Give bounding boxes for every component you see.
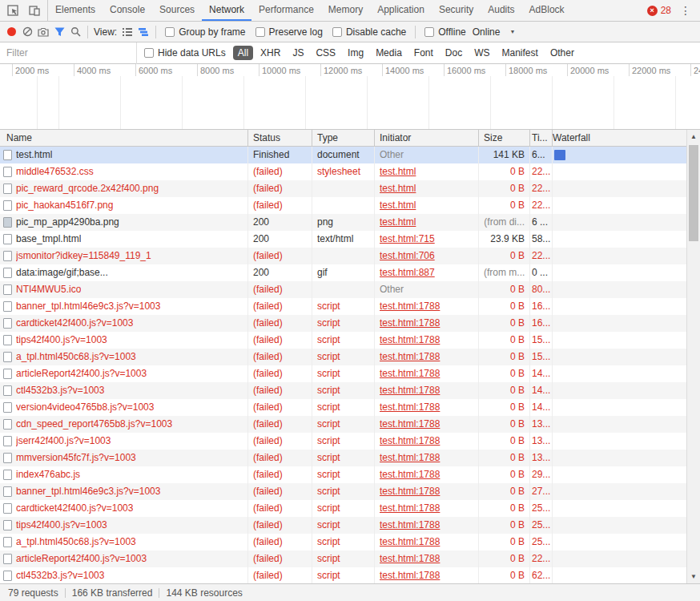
filter-doc[interactable]: Doc [441, 46, 467, 60]
hide-data-urls-checkbox[interactable]: Hide data URLs [144, 47, 226, 58]
table-row[interactable]: articleReport42f400.js?v=1003(failed)scr… [0, 365, 700, 382]
group-by-frame-input[interactable] [165, 27, 175, 37]
initiator-link[interactable]: test.html:1788 [380, 334, 440, 345]
initiator-link[interactable]: test.html:1788 [380, 469, 440, 480]
initiator-link[interactable]: test.html:1788 [380, 519, 440, 530]
table-row[interactable]: articleReport42f400.js?v=1003(failed)scr… [0, 551, 700, 567]
initiator-link[interactable]: test.html:1788 [380, 435, 440, 446]
column-header-type[interactable]: Type [312, 130, 375, 146]
tab-adblock[interactable]: AdBlock [522, 0, 572, 21]
clear-button[interactable] [19, 24, 35, 40]
tab-application[interactable]: Application [370, 0, 432, 21]
initiator-link[interactable]: test.html:1788 [380, 300, 440, 312]
column-header-size[interactable]: Size [479, 130, 530, 146]
initiator-link[interactable]: test.html:887 [380, 267, 435, 278]
filter-js[interactable]: JS [288, 46, 308, 60]
search-icon[interactable] [67, 24, 83, 40]
tab-security[interactable]: Security [432, 0, 481, 21]
kebab-menu-icon[interactable]: ⋮ [678, 4, 693, 17]
table-row[interactable]: jsmonitor?idkey=115849_119_1(failed)test… [0, 248, 700, 264]
table-row[interactable]: cardticket42f400.js?v=1003(failed)script… [0, 500, 700, 517]
filter-all[interactable]: All [233, 46, 253, 60]
initiator-link[interactable]: test.html [380, 216, 416, 228]
initiator-link[interactable]: test.html:1788 [380, 368, 440, 379]
filter-manifest[interactable]: Manifest [497, 46, 543, 60]
preserve-log-checkbox[interactable]: Preserve log [255, 26, 323, 38]
column-header-ti[interactable]: Ti... [530, 130, 553, 146]
initiator-link[interactable]: test.html [380, 200, 416, 211]
throttling-select[interactable]: Online ▼ [473, 26, 516, 38]
table-row[interactable]: test.htmlFinisheddocumentOther141 KB6... [0, 147, 700, 163]
table-row[interactable]: banner_tpl.html46e9c3.js?v=1003(failed)s… [0, 298, 700, 315]
tab-performance[interactable]: Performance [251, 0, 321, 21]
table-row[interactable]: tips42f400.js?v=1003(failed)scripttest.h… [0, 517, 700, 534]
device-toolbar-icon[interactable] [26, 2, 42, 18]
filter-funnel-icon[interactable] [51, 24, 67, 40]
filter-css[interactable]: CSS [311, 46, 340, 60]
initiator-link[interactable]: test.html:1788 [380, 553, 440, 564]
initiator-link[interactable]: test.html:1788 [380, 570, 440, 581]
initiator-link[interactable]: test.html:1788 [380, 486, 440, 497]
column-header-name[interactable]: Name [0, 130, 248, 146]
table-row[interactable]: NTI4MWU5.ico(failed)Other0 B80... [0, 281, 700, 298]
tab-memory[interactable]: Memory [321, 0, 370, 21]
offline-input[interactable] [424, 27, 434, 37]
disable-cache-input[interactable] [332, 27, 342, 37]
overview-view-icon[interactable] [135, 24, 151, 40]
initiator-link[interactable]: test.html [380, 166, 416, 177]
initiator-link[interactable]: test.html [380, 183, 416, 194]
filter-img[interactable]: Img [343, 46, 368, 60]
table-row[interactable]: pic_reward_qrcode.2x42f400.png(failed)te… [0, 180, 700, 197]
column-header-waterfall[interactable]: Waterfall [553, 130, 700, 146]
screenshot-capture-icon[interactable] [35, 24, 51, 40]
table-row[interactable]: base_tmpl.html200text/htmltest.html:7152… [0, 231, 700, 248]
initiator-link[interactable]: test.html:1788 [380, 385, 440, 396]
table-row[interactable]: ctl4532b3.js?v=1003(failed)scripttest.ht… [0, 567, 700, 583]
table-row[interactable]: banner_tpl.html46e9c3.js?v=1003(failed)s… [0, 483, 700, 500]
table-row[interactable]: cdn_speed_report4765b8.js?v=1003(failed)… [0, 416, 700, 433]
column-header-initiator[interactable]: Initiator [375, 130, 479, 146]
table-row[interactable]: jserr42f400.js?v=1003(failed)scripttest.… [0, 433, 700, 450]
scroll-thumb[interactable] [689, 145, 698, 241]
table-row[interactable]: a_tpl.html450c68.js?v=1003(failed)script… [0, 534, 700, 551]
record-button[interactable] [3, 24, 19, 40]
table-row[interactable]: ctl4532b3.js?v=1003(failed)scripttest.ht… [0, 382, 700, 399]
tab-audits[interactable]: Audits [481, 0, 521, 21]
filter-font[interactable]: Font [409, 46, 438, 60]
initiator-link[interactable]: test.html:1788 [380, 502, 440, 514]
table-row[interactable]: data:image/gif;base...200giftest.html:88… [0, 264, 700, 281]
scroll-up-icon[interactable]: ▲ [687, 131, 700, 143]
table-row[interactable]: pic_haokan4516f7.png(failed)test.html0 B… [0, 197, 700, 214]
initiator-link[interactable]: test.html:706 [380, 250, 435, 261]
timeline-overview[interactable]: 2000 ms4000 ms6000 ms8000 ms10000 ms1200… [0, 64, 700, 130]
table-row[interactable]: tips42f400.js?v=1003(failed)scripttest.h… [0, 332, 700, 349]
tab-elements[interactable]: Elements [48, 0, 103, 21]
initiator-link[interactable]: test.html:1788 [380, 351, 440, 362]
filter-xhr[interactable]: XHR [255, 46, 285, 60]
table-row[interactable]: cardticket42f400.js?v=1003(failed)script… [0, 315, 700, 332]
initiator-link[interactable]: test.html:1788 [380, 401, 440, 413]
preserve-log-input[interactable] [255, 27, 265, 37]
offline-checkbox[interactable]: Offline [424, 26, 465, 38]
hide-data-urls-input[interactable] [144, 48, 154, 58]
group-by-frame-checkbox[interactable]: Group by frame [165, 26, 245, 38]
table-row[interactable]: pic_mp_app4290ba.png200pngtest.html(from… [0, 214, 700, 231]
initiator-link[interactable]: test.html:1788 [380, 317, 440, 329]
column-header-status[interactable]: Status [248, 130, 312, 146]
table-row[interactable]: middle476532.css(failed)stylesheettest.h… [0, 163, 700, 180]
inspect-icon[interactable] [5, 2, 21, 18]
table-row[interactable]: a_tpl.html450c68.js?v=1003(failed)script… [0, 349, 700, 365]
scroll-down-icon[interactable]: ▼ [687, 571, 700, 583]
tab-console[interactable]: Console [103, 0, 152, 21]
vertical-scrollbar[interactable]: ▲ ▼ [686, 130, 700, 583]
tab-network[interactable]: Network [202, 0, 251, 21]
error-badge[interactable]: × 28 [647, 5, 671, 16]
filter-input[interactable] [0, 47, 136, 58]
initiator-link[interactable]: test.html:1788 [380, 536, 440, 547]
tab-sources[interactable]: Sources [152, 0, 202, 21]
filter-ws[interactable]: WS [469, 46, 494, 60]
initiator-link[interactable]: test.html:1788 [380, 418, 440, 430]
initiator-link[interactable]: test.html:715 [380, 233, 435, 244]
list-view-icon[interactable] [119, 24, 135, 40]
initiator-link[interactable]: test.html:1788 [380, 452, 440, 463]
